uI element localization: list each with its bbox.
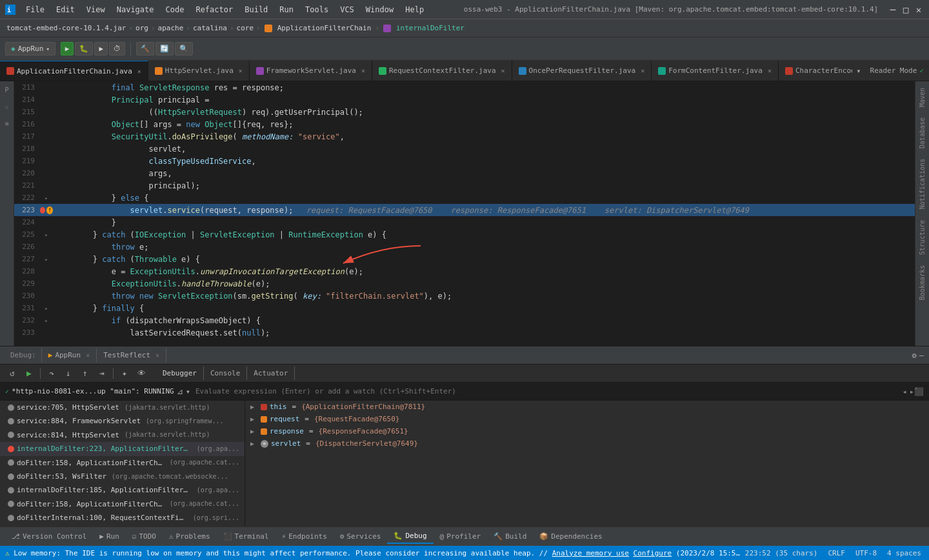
build-button[interactable]: 🔨 <box>136 42 154 55</box>
left-sidebar-icon-structure[interactable]: ≡ <box>1 117 13 129</box>
stack-frame-53[interactable]: doFilter:53, WsFilter (org.apache.tomcat… <box>0 470 245 483</box>
close-button[interactable]: ✕ <box>914 5 924 15</box>
editor-tab-6[interactable]: CharacterEncodingFilter.java ✕ <box>779 61 852 81</box>
search-btn[interactable]: 🔍 <box>175 42 193 55</box>
menu-item-window[interactable]: Window <box>361 4 399 15</box>
maximize-button[interactable]: □ <box>901 5 911 15</box>
evaluate-btn[interactable]: ✦ <box>117 366 132 381</box>
tab-close-3[interactable]: ✕ <box>501 67 505 74</box>
endpoints-btn[interactable]: ⚡ Endpoints <box>275 530 334 543</box>
expr-prev-icon[interactable]: ◂ <box>903 387 907 396</box>
configure-link[interactable]: Configure <box>634 549 672 557</box>
step-over-btn[interactable]: ↷ <box>45 366 59 381</box>
step-out-btn[interactable]: ↑ <box>78 366 92 381</box>
expand-panel-icon[interactable]: ⬛ <box>914 387 924 396</box>
run-config-btn[interactable]: ◈ AppRun ▾ <box>5 42 55 55</box>
breadcrumb-catalina[interactable]: catalina <box>193 24 227 32</box>
reader-mode-btn[interactable]: Reader Mode ✓ <box>865 61 929 81</box>
thread-dropdown-icon[interactable]: ▾ <box>186 387 190 396</box>
dependencies-btn[interactable]: 📦 Dependencies <box>533 530 608 543</box>
analyze-memory-link[interactable]: Analyze memory use <box>552 549 629 557</box>
tab-close-1[interactable]: ✕ <box>239 67 243 74</box>
database-tab[interactable]: Database <box>917 114 928 152</box>
left-sidebar-icon-bookmarks[interactable]: ☆ <box>1 101 13 112</box>
menu-item-navigate[interactable]: Navigate <box>112 4 159 15</box>
editor-tab-0[interactable]: ApplicationFilterChain.java ✕ <box>0 61 148 81</box>
breakpoint-223[interactable] <box>40 207 45 214</box>
fold-231[interactable]: ▸ <box>45 305 48 312</box>
coverage-button[interactable]: ▶ <box>94 42 108 55</box>
run-to-cursor-btn[interactable]: ⇥ <box>95 366 109 381</box>
profiler-btn[interactable]: @ Profiler <box>434 530 488 543</box>
problems-btn[interactable]: ⚠ Problems <box>163 530 217 543</box>
expr-next-icon[interactable]: ▸ <box>910 387 914 396</box>
editor-tab-2[interactable]: FrameworkServlet.java ✕ <box>250 61 372 81</box>
step-into-btn[interactable]: ↓ <box>61 366 75 381</box>
line-ending[interactable]: CRLF <box>825 549 848 557</box>
sub-tab-actuator[interactable]: Actuator <box>247 366 295 380</box>
var-expand-servlet[interactable]: ▶ <box>250 440 258 447</box>
maven-tab[interactable]: Maven <box>917 84 928 111</box>
notifications-tab[interactable]: Notifications <box>917 155 928 213</box>
stack-frame-705[interactable]: service:705, HttpServlet (jakarta.servle… <box>0 401 245 414</box>
profile-button[interactable]: ⏱ <box>109 42 125 55</box>
watches-btn[interactable]: 👁 <box>134 366 148 381</box>
fold-225[interactable]: ▸ <box>45 232 48 238</box>
version-control-btn[interactable]: ⎇ Version Control <box>5 530 93 543</box>
var-expand-this[interactable]: ▶ <box>250 403 258 410</box>
minimize-button[interactable]: ─ <box>888 5 898 15</box>
var-item-this[interactable]: ▶ this = {ApplicationFilterChain@7811} <box>245 401 929 413</box>
stack-frame-100[interactable]: doFilterInternal:100, RequestContextFilt… <box>0 511 245 525</box>
cursor-position[interactable]: 223:52 (35 chars) <box>743 549 821 557</box>
breadcrumb-org[interactable]: org <box>135 24 148 32</box>
stack-frame-158b[interactable]: doFilter:158, ApplicationFilterChain (or… <box>0 497 245 511</box>
thread-filter-icon[interactable]: ⊿ <box>177 387 183 396</box>
tab-close-0[interactable]: ✕ <box>137 68 141 75</box>
menu-item-edit[interactable]: Edit <box>51 4 80 15</box>
breadcrumb-class[interactable]: ApplicationFilterChain <box>277 24 372 32</box>
services-btn[interactable]: ⚙ Services <box>334 530 388 543</box>
menu-item-view[interactable]: View <box>81 4 110 15</box>
run-button[interactable]: ▶ <box>61 42 74 55</box>
stack-frame-185[interactable]: internalDoFilter:185, ApplicationFilterC… <box>0 483 245 497</box>
fold-227[interactable]: ▸ <box>45 256 48 263</box>
structure-tab[interactable]: Structure <box>917 216 928 259</box>
debug-button[interactable]: 🐛 <box>75 42 93 55</box>
fold-222[interactable]: ▸ <box>45 195 48 201</box>
resume-btn[interactable]: ▶ <box>22 366 36 381</box>
sub-tab-debugger[interactable]: Debugger <box>156 366 204 380</box>
switch-frames-hint[interactable]: ↕ Switch frames from anywhere in the IDE… <box>0 525 245 526</box>
stack-frame-884[interactable]: service:884, FrameworkServlet (org.sprin… <box>0 414 245 428</box>
breadcrumb-jar[interactable]: tomcat-embed-core-10.1.4.jar <box>6 24 126 32</box>
restart-btn[interactable]: ↺ <box>5 366 19 381</box>
breadcrumb-apache[interactable]: apache <box>158 24 184 32</box>
menu-item-tools[interactable]: Tools <box>300 4 334 15</box>
stack-frame-814[interactable]: service:814, HttpServlet (jakarta.servle… <box>0 428 245 442</box>
breadcrumb-core[interactable]: core <box>237 24 254 32</box>
todo-btn[interactable]: ☑ TODO <box>126 530 163 543</box>
indent[interactable]: 4 spaces <box>884 549 924 557</box>
var-expand-request[interactable]: ▶ <box>250 415 258 423</box>
menu-item-build[interactable]: Build <box>239 4 273 15</box>
debug-bottom-btn[interactable]: 🐛 Debug <box>387 529 433 544</box>
menu-item-file[interactable]: File <box>21 4 50 15</box>
breadcrumb-method[interactable]: internalDoFilter <box>396 24 464 32</box>
menu-item-help[interactable]: Help <box>400 4 429 15</box>
sub-tab-console[interactable]: Console <box>204 366 247 380</box>
debug-tab-apprun[interactable]: ▶ AppRun ✕ <box>42 348 97 362</box>
expression-input[interactable] <box>195 387 903 395</box>
testreflect-close-icon[interactable]: ✕ <box>155 352 159 359</box>
tab-close-2[interactable]: ✕ <box>361 67 365 74</box>
debug-settings-btn[interactable]: ⚙ — <box>912 351 924 360</box>
stack-frame-158[interactable]: doFilter:158, ApplicationFilterChain (or… <box>0 456 245 470</box>
menu-item-refactor[interactable]: Refactor <box>190 4 238 15</box>
var-item-servlet[interactable]: ▶ ∞ servlet = {DispatcherServlet@7649} <box>245 437 929 450</box>
terminal-btn[interactable]: ⬛ Terminal <box>217 530 275 543</box>
encoding[interactable]: UTF-8 <box>853 549 879 557</box>
fold-232[interactable]: ▸ <box>45 317 48 324</box>
menu-item-run[interactable]: Run <box>274 4 299 15</box>
editor-tab-4[interactable]: OncePerRequestFilter.java ✕ <box>512 61 652 81</box>
tab-close-4[interactable]: ✕ <box>641 67 644 74</box>
var-expand-response[interactable]: ▶ <box>250 428 258 435</box>
bookmarks-tab[interactable]: Bookmarks <box>917 261 928 304</box>
